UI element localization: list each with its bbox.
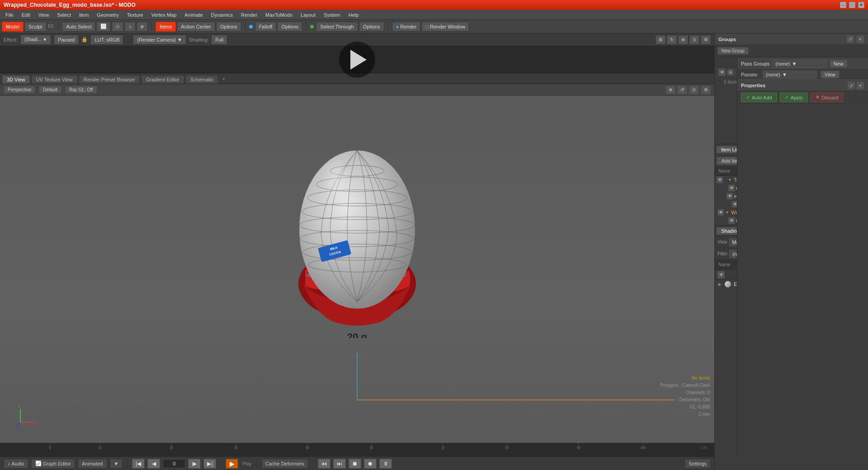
menu-render[interactable]: Render: [237, 11, 261, 19]
menu-item[interactable]: Item: [75, 11, 92, 19]
animated-dropdown[interactable]: ▼: [110, 459, 123, 469]
render-button[interactable]: ● Render: [392, 22, 421, 32]
play-button[interactable]: ▶: [226, 459, 238, 469]
render-icon-small[interactable]: R: [727, 69, 734, 75]
close-button[interactable]: ✕: [858, 2, 864, 8]
tab-gradient-editor[interactable]: Gradient Editor: [141, 75, 184, 84]
render-window-button[interactable]: □ Render Window: [421, 22, 469, 32]
go-first-button[interactable]: |◀: [132, 459, 145, 469]
viewport-zoom-btn[interactable]: ⊙: [689, 35, 699, 44]
viewport-maximize-btn[interactable]: ⊞: [656, 35, 665, 44]
transport-btn3[interactable]: ⏹: [349, 459, 361, 469]
menu-file[interactable]: File: [2, 11, 17, 19]
vis-icon6: 👁: [728, 217, 735, 224]
transport-btn1[interactable]: ⏮: [318, 459, 330, 469]
passes-dropdown[interactable]: (none)▼: [763, 70, 817, 79]
paused-button[interactable]: Paused: [54, 35, 79, 45]
viewport-refresh-btn[interactable]: ↻: [667, 35, 677, 44]
tab-render-preset-browser[interactable]: Render Preset Browser: [79, 75, 140, 84]
options3-button[interactable]: Options: [359, 22, 384, 32]
properties-expand-btn[interactable]: ⤢: [847, 81, 855, 89]
new-group-button[interactable]: New Group: [717, 47, 749, 55]
options1-button[interactable]: Options: [216, 22, 241, 32]
menu-edit[interactable]: Edit: [18, 11, 34, 19]
menu-system[interactable]: System: [320, 11, 344, 19]
prev-frame-button[interactable]: ◀: [147, 459, 160, 469]
viewport-compass-btn[interactable]: ⊕: [665, 85, 675, 94]
options2-button[interactable]: Options: [277, 22, 302, 32]
menu-help[interactable]: Help: [345, 11, 363, 19]
menu-animate[interactable]: Animate: [181, 11, 206, 19]
menu-layout[interactable]: Layout: [297, 11, 319, 19]
action-center-button[interactable]: Action Center: [177, 22, 215, 32]
eye-icon[interactable]: 👁: [718, 69, 726, 76]
tab-3d-view[interactable]: 3D View: [2, 75, 30, 84]
perspective-button[interactable]: Perspective: [4, 86, 35, 94]
big-play-button[interactable]: [339, 42, 375, 78]
timeline-keyframe-track[interactable]: [0, 450, 714, 456]
falloff-button[interactable]: Falloff: [255, 22, 277, 32]
menu-vertex-map[interactable]: Vertex Map: [148, 11, 180, 19]
pass-groups-dropdown[interactable]: (none)▼: [773, 60, 827, 68]
select-through-button[interactable]: Select Through: [316, 22, 358, 32]
animated-button[interactable]: Animated: [78, 459, 107, 469]
lut-button[interactable]: LUT: sRGB: [90, 35, 123, 45]
menu-geometry[interactable]: Geometry: [93, 11, 122, 19]
sculpt-mode-button[interactable]: Sculpt: [24, 22, 47, 32]
viewport-target-btn[interactable]: ⊕: [678, 35, 688, 44]
restore-button[interactable]: □: [849, 2, 855, 8]
properties-settings-btn[interactable]: +: [856, 81, 864, 89]
effect-dropdown[interactable]: (Shadi...▼: [20, 35, 51, 45]
minimize-button[interactable]: ─: [840, 2, 846, 8]
groups-expand-btn[interactable]: ⤢: [846, 35, 854, 43]
ray-gl-button[interactable]: Ray GL: Off: [65, 86, 97, 94]
shading-dropdown[interactable]: Full: [211, 35, 227, 45]
model-mode-button[interactable]: Model: [2, 22, 24, 32]
transport-btn4[interactable]: ⏺: [364, 459, 377, 469]
view-passes-btn[interactable]: View: [821, 70, 840, 79]
discard-button[interactable]: ✕ Discard: [811, 93, 843, 102]
tab-schematic[interactable]: Schematic: [185, 75, 218, 84]
select-paint-button[interactable]: ⌀: [137, 22, 148, 32]
add-tab-button[interactable]: +: [219, 75, 228, 84]
render-window-icon: □: [425, 24, 429, 29]
viewport-gear-btn[interactable]: ⚙: [701, 85, 711, 94]
render-camera-dropdown[interactable]: (Render Camera)▼: [133, 35, 186, 45]
auto-select-button[interactable]: Auto Select: [62, 22, 95, 32]
items-button[interactable]: Items: [156, 22, 176, 32]
select-circle-button[interactable]: ○: [124, 22, 136, 32]
viewport-settings-btn[interactable]: ⚙: [701, 35, 711, 44]
go-last-button[interactable]: ▶|: [203, 459, 216, 469]
menu-select[interactable]: Select: [53, 11, 75, 19]
auto-add-button[interactable]: ✓ Auto Add: [741, 93, 777, 102]
transport-btn2[interactable]: ⏭: [333, 459, 346, 469]
preview-strip: [0, 46, 714, 73]
timeline[interactable]: 0 12 24 36 48 60 72 84 96: [0, 443, 714, 456]
expand-btn5[interactable]: ▼: [725, 210, 730, 215]
menu-maxtomode[interactable]: MaxToModo: [262, 11, 296, 19]
cache-deformers-button[interactable]: Cache Deformers: [261, 459, 308, 469]
select-box-button[interactable]: ⬜: [96, 22, 111, 32]
audio-button[interactable]: ♪ Audio: [4, 459, 28, 469]
groups-settings-btn[interactable]: +: [856, 35, 864, 43]
settings-button[interactable]: Settings: [684, 459, 711, 469]
viewport-zoom2-btn[interactable]: ⊙: [689, 85, 699, 94]
select-lasso-button[interactable]: ◇: [112, 22, 123, 32]
mat-expand[interactable]: ▶: [718, 282, 723, 287]
timeline-track[interactable]: 0 12 24 36 48 60 72 84 96: [0, 443, 714, 450]
graph-editor-button[interactable]: 📈 Graph Editor: [31, 459, 75, 469]
menu-view[interactable]: View: [35, 11, 53, 19]
frame-input[interactable]: [163, 459, 185, 468]
default-button[interactable]: Default: [39, 86, 61, 94]
tab-uv-texture-view[interactable]: UV Texture View: [31, 75, 78, 84]
groups-header: Groups ⤢ +: [715, 33, 868, 45]
mat-vis-icon[interactable]: 👁: [717, 271, 725, 278]
viewport-rotate-btn[interactable]: ↺: [677, 85, 687, 94]
menu-texture[interactable]: Texture: [123, 11, 147, 19]
transport-btn5[interactable]: ⏸: [379, 459, 392, 469]
expand-btn[interactable]: ▼: [728, 178, 732, 182]
pass-new-button[interactable]: New: [830, 60, 848, 68]
next-frame-button[interactable]: ▶: [188, 459, 201, 469]
menu-dynamics[interactable]: Dynamics: [208, 11, 236, 19]
apply-button[interactable]: ✓ Apply: [780, 93, 808, 102]
